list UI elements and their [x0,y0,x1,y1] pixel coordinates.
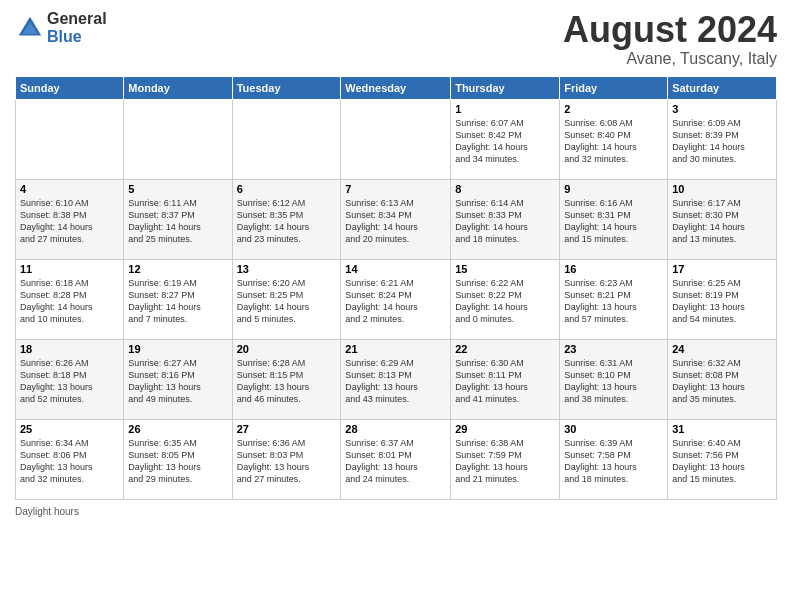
day-info: Sunrise: 6:20 AM Sunset: 8:25 PM Dayligh… [237,277,337,326]
day-info: Sunrise: 6:31 AM Sunset: 8:10 PM Dayligh… [564,357,663,406]
calendar-cell: 31Sunrise: 6:40 AM Sunset: 7:56 PM Dayli… [668,419,777,499]
day-info: Sunrise: 6:14 AM Sunset: 8:33 PM Dayligh… [455,197,555,246]
day-number: 11 [20,263,119,275]
calendar-cell: 2Sunrise: 6:08 AM Sunset: 8:40 PM Daylig… [560,99,668,179]
title-block: August 2024 Avane, Tuscany, Italy [563,10,777,68]
day-number: 21 [345,343,446,355]
calendar-cell: 27Sunrise: 6:36 AM Sunset: 8:03 PM Dayli… [232,419,341,499]
day-info: Sunrise: 6:30 AM Sunset: 8:11 PM Dayligh… [455,357,555,406]
calendar-cell: 17Sunrise: 6:25 AM Sunset: 8:19 PM Dayli… [668,259,777,339]
day-info: Sunrise: 6:17 AM Sunset: 8:30 PM Dayligh… [672,197,772,246]
day-number: 7 [345,183,446,195]
day-info: Sunrise: 6:11 AM Sunset: 8:37 PM Dayligh… [128,197,227,246]
logo-general-text: General [47,10,107,28]
day-info: Sunrise: 6:12 AM Sunset: 8:35 PM Dayligh… [237,197,337,246]
calendar-week-4: 18Sunrise: 6:26 AM Sunset: 8:18 PM Dayli… [16,339,777,419]
calendar-cell: 28Sunrise: 6:37 AM Sunset: 8:01 PM Dayli… [341,419,451,499]
day-number: 29 [455,423,555,435]
calendar-cell: 3Sunrise: 6:09 AM Sunset: 8:39 PM Daylig… [668,99,777,179]
day-info: Sunrise: 6:22 AM Sunset: 8:22 PM Dayligh… [455,277,555,326]
day-info: Sunrise: 6:21 AM Sunset: 8:24 PM Dayligh… [345,277,446,326]
calendar-cell: 29Sunrise: 6:38 AM Sunset: 7:59 PM Dayli… [451,419,560,499]
day-info: Sunrise: 6:29 AM Sunset: 8:13 PM Dayligh… [345,357,446,406]
day-number: 2 [564,103,663,115]
day-number: 19 [128,343,227,355]
day-number: 14 [345,263,446,275]
day-number: 17 [672,263,772,275]
day-info: Sunrise: 6:10 AM Sunset: 8:38 PM Dayligh… [20,197,119,246]
day-number: 5 [128,183,227,195]
calendar-week-1: 1Sunrise: 6:07 AM Sunset: 8:42 PM Daylig… [16,99,777,179]
day-info: Sunrise: 6:39 AM Sunset: 7:58 PM Dayligh… [564,437,663,486]
day-number: 30 [564,423,663,435]
calendar-week-5: 25Sunrise: 6:34 AM Sunset: 8:06 PM Dayli… [16,419,777,499]
calendar-cell: 14Sunrise: 6:21 AM Sunset: 8:24 PM Dayli… [341,259,451,339]
day-info: Sunrise: 6:27 AM Sunset: 8:16 PM Dayligh… [128,357,227,406]
calendar-cell: 23Sunrise: 6:31 AM Sunset: 8:10 PM Dayli… [560,339,668,419]
day-number: 9 [564,183,663,195]
day-number: 23 [564,343,663,355]
calendar-cell: 19Sunrise: 6:27 AM Sunset: 8:16 PM Dayli… [124,339,232,419]
day-number: 18 [20,343,119,355]
day-info: Sunrise: 6:32 AM Sunset: 8:08 PM Dayligh… [672,357,772,406]
col-header-monday: Monday [124,76,232,99]
day-info: Sunrise: 6:35 AM Sunset: 8:05 PM Dayligh… [128,437,227,486]
calendar-table: SundayMondayTuesdayWednesdayThursdayFrid… [15,76,777,500]
day-info: Sunrise: 6:25 AM Sunset: 8:19 PM Dayligh… [672,277,772,326]
day-info: Sunrise: 6:40 AM Sunset: 7:56 PM Dayligh… [672,437,772,486]
calendar-cell: 12Sunrise: 6:19 AM Sunset: 8:27 PM Dayli… [124,259,232,339]
calendar-cell: 24Sunrise: 6:32 AM Sunset: 8:08 PM Dayli… [668,339,777,419]
calendar-cell: 21Sunrise: 6:29 AM Sunset: 8:13 PM Dayli… [341,339,451,419]
day-info: Sunrise: 6:34 AM Sunset: 8:06 PM Dayligh… [20,437,119,486]
calendar-cell [232,99,341,179]
day-info: Sunrise: 6:18 AM Sunset: 8:28 PM Dayligh… [20,277,119,326]
day-info: Sunrise: 6:28 AM Sunset: 8:15 PM Dayligh… [237,357,337,406]
calendar-cell: 18Sunrise: 6:26 AM Sunset: 8:18 PM Dayli… [16,339,124,419]
calendar-cell: 22Sunrise: 6:30 AM Sunset: 8:11 PM Dayli… [451,339,560,419]
calendar-cell: 26Sunrise: 6:35 AM Sunset: 8:05 PM Dayli… [124,419,232,499]
calendar-cell: 25Sunrise: 6:34 AM Sunset: 8:06 PM Dayli… [16,419,124,499]
day-number: 10 [672,183,772,195]
day-number: 16 [564,263,663,275]
calendar-cell: 8Sunrise: 6:14 AM Sunset: 8:33 PM Daylig… [451,179,560,259]
day-number: 15 [455,263,555,275]
day-number: 12 [128,263,227,275]
calendar-cell: 20Sunrise: 6:28 AM Sunset: 8:15 PM Dayli… [232,339,341,419]
day-info: Sunrise: 6:08 AM Sunset: 8:40 PM Dayligh… [564,117,663,166]
col-header-sunday: Sunday [16,76,124,99]
calendar-cell [341,99,451,179]
day-info: Sunrise: 6:13 AM Sunset: 8:34 PM Dayligh… [345,197,446,246]
calendar-cell: 30Sunrise: 6:39 AM Sunset: 7:58 PM Dayli… [560,419,668,499]
day-info: Sunrise: 6:19 AM Sunset: 8:27 PM Dayligh… [128,277,227,326]
calendar-title: August 2024 [563,10,777,50]
calendar-cell: 6Sunrise: 6:12 AM Sunset: 8:35 PM Daylig… [232,179,341,259]
day-info: Sunrise: 6:37 AM Sunset: 8:01 PM Dayligh… [345,437,446,486]
calendar-footer: Daylight hours [15,506,777,517]
calendar-week-3: 11Sunrise: 6:18 AM Sunset: 8:28 PM Dayli… [16,259,777,339]
day-number: 31 [672,423,772,435]
calendar-cell: 7Sunrise: 6:13 AM Sunset: 8:34 PM Daylig… [341,179,451,259]
daylight-hours-label: Daylight hours [15,506,79,517]
day-number: 27 [237,423,337,435]
col-header-tuesday: Tuesday [232,76,341,99]
page: General Blue August 2024 Avane, Tuscany,… [0,0,792,612]
calendar-cell [16,99,124,179]
day-number: 6 [237,183,337,195]
calendar-week-2: 4Sunrise: 6:10 AM Sunset: 8:38 PM Daylig… [16,179,777,259]
day-number: 28 [345,423,446,435]
calendar-header-row: SundayMondayTuesdayWednesdayThursdayFrid… [16,76,777,99]
calendar-cell: 13Sunrise: 6:20 AM Sunset: 8:25 PM Dayli… [232,259,341,339]
calendar-cell: 15Sunrise: 6:22 AM Sunset: 8:22 PM Dayli… [451,259,560,339]
calendar-cell: 4Sunrise: 6:10 AM Sunset: 8:38 PM Daylig… [16,179,124,259]
calendar-cell: 10Sunrise: 6:17 AM Sunset: 8:30 PM Dayli… [668,179,777,259]
day-number: 25 [20,423,119,435]
day-number: 4 [20,183,119,195]
day-info: Sunrise: 6:38 AM Sunset: 7:59 PM Dayligh… [455,437,555,486]
day-info: Sunrise: 6:26 AM Sunset: 8:18 PM Dayligh… [20,357,119,406]
col-header-saturday: Saturday [668,76,777,99]
day-number: 26 [128,423,227,435]
day-number: 8 [455,183,555,195]
calendar-cell: 11Sunrise: 6:18 AM Sunset: 8:28 PM Dayli… [16,259,124,339]
calendar-cell: 9Sunrise: 6:16 AM Sunset: 8:31 PM Daylig… [560,179,668,259]
day-number: 3 [672,103,772,115]
